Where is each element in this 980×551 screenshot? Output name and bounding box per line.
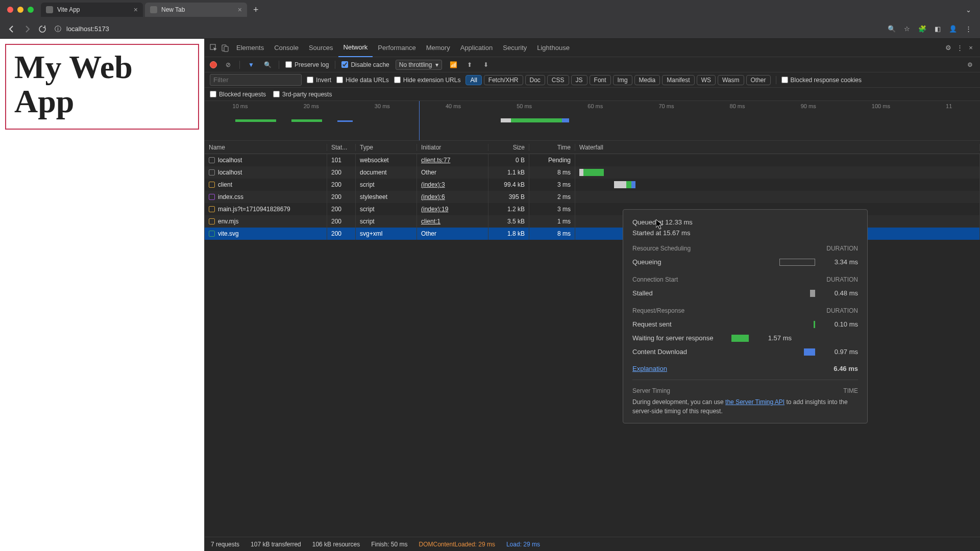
export-har-icon[interactable]: ⬇ bbox=[481, 60, 491, 70]
type-filter-media[interactable]: Media bbox=[634, 75, 660, 85]
sidepanel-icon[interactable]: ◧ bbox=[933, 24, 942, 34]
close-devtools-icon[interactable]: × bbox=[966, 43, 976, 53]
page-heading: My Web App bbox=[14, 50, 190, 118]
type-filter-font[interactable]: Font bbox=[590, 75, 611, 85]
zoom-icon[interactable]: 🔍 bbox=[887, 24, 896, 34]
type-filter-fetch-xhr[interactable]: Fetch/XHR bbox=[484, 75, 523, 85]
network-status-bar: 7 requests 107 kB transferred 106 kB res… bbox=[205, 537, 980, 551]
timeline-tick: 70 ms bbox=[658, 103, 674, 109]
devtools-tab-sources[interactable]: Sources bbox=[304, 39, 338, 57]
hide-ext-urls-checkbox[interactable]: Hide extension URLs bbox=[394, 77, 461, 84]
disable-cache-checkbox[interactable]: Disable cache bbox=[341, 61, 389, 68]
type-filter-ws[interactable]: WS bbox=[697, 75, 716, 85]
timeline-tick: 20 ms bbox=[304, 103, 319, 109]
more-icon[interactable]: ⋮ bbox=[954, 43, 965, 53]
network-conditions-icon[interactable]: 📶 bbox=[448, 60, 458, 70]
devtools-tab-security[interactable]: Security bbox=[498, 39, 532, 57]
network-filter-bar: Invert Hide data URLs Hide extension URL… bbox=[205, 72, 980, 88]
import-har-icon[interactable]: ⬆ bbox=[464, 60, 475, 70]
devtools-tab-elements[interactable]: Elements bbox=[231, 39, 269, 57]
devtools-tab-console[interactable]: Console bbox=[269, 39, 304, 57]
file-icon bbox=[209, 157, 215, 163]
filter-toggle-icon[interactable]: ▼ bbox=[246, 60, 256, 70]
devtools-tabs: ElementsConsoleSourcesNetworkPerformance… bbox=[205, 39, 980, 57]
type-filter-manifest[interactable]: Manifest bbox=[662, 75, 694, 85]
new-tab-button[interactable]: + bbox=[249, 5, 263, 15]
tt-queueing: Queueing bbox=[632, 258, 772, 266]
timeline-tick: 50 ms bbox=[517, 103, 532, 109]
maximize-window-icon[interactable] bbox=[28, 7, 34, 13]
tab-new-tab[interactable]: New Tab × bbox=[145, 3, 247, 17]
devtools-tab-memory[interactable]: Memory bbox=[421, 39, 455, 57]
col-time[interactable]: Time bbox=[529, 144, 575, 151]
network-row[interactable]: localhost101websocketclient.ts:770 BPend… bbox=[205, 154, 980, 166]
device-toggle-icon[interactable] bbox=[220, 43, 230, 53]
preserve-log-checkbox[interactable]: Preserve log bbox=[285, 61, 329, 68]
col-initiator[interactable]: Initiator bbox=[417, 144, 488, 151]
network-toolbar: ⊘ ▼ 🔍 Preserve log Disable cache No thro… bbox=[205, 57, 980, 72]
type-filter-js[interactable]: JS bbox=[571, 75, 587, 85]
network-row[interactable]: client200script(index):399.4 kB3 ms bbox=[205, 179, 980, 191]
site-info-icon[interactable]: ⓘ bbox=[53, 24, 62, 34]
timeline-overview[interactable]: 10 ms20 ms30 ms40 ms50 ms60 ms70 ms80 ms… bbox=[205, 101, 980, 141]
network-row[interactable]: index.css200stylesheet(index):6395 B2 ms bbox=[205, 191, 980, 203]
throttling-select[interactable]: No throttling ▾ bbox=[396, 60, 442, 70]
inspect-icon[interactable] bbox=[209, 43, 219, 53]
close-tab-icon[interactable]: × bbox=[134, 6, 138, 14]
extensions-icon[interactable]: 🧩 bbox=[918, 24, 927, 34]
file-icon bbox=[209, 182, 215, 188]
minimize-window-icon[interactable] bbox=[17, 7, 23, 13]
devtools-tab-lighthouse[interactable]: Lighthouse bbox=[532, 39, 575, 57]
profile-icon[interactable]: 👤 bbox=[948, 24, 958, 34]
type-filter-img[interactable]: Img bbox=[613, 75, 632, 85]
close-tab-icon[interactable]: × bbox=[238, 6, 242, 14]
reload-icon[interactable] bbox=[38, 24, 47, 34]
type-filter-wasm[interactable]: Wasm bbox=[718, 75, 744, 85]
favicon-icon bbox=[46, 6, 53, 13]
devtools-tab-performance[interactable]: Performance bbox=[373, 39, 421, 57]
col-status[interactable]: Stat... bbox=[327, 144, 356, 151]
record-icon[interactable] bbox=[210, 61, 217, 68]
sb-resources: 106 kB resources bbox=[312, 541, 360, 548]
devtools-tab-application[interactable]: Application bbox=[455, 39, 498, 57]
type-filter-other[interactable]: Other bbox=[746, 75, 771, 85]
devtools-tab-network[interactable]: Network bbox=[338, 39, 373, 57]
settings-icon[interactable]: ⚙ bbox=[943, 43, 953, 53]
invert-checkbox[interactable]: Invert bbox=[307, 77, 331, 84]
url-box[interactable]: ⓘ localhost:5173 bbox=[53, 24, 109, 34]
tt-explanation-link[interactable]: Explanation bbox=[632, 365, 667, 372]
col-size[interactable]: Size bbox=[488, 144, 529, 151]
third-party-checkbox[interactable]: 3rd-party requests bbox=[273, 91, 332, 98]
network-row[interactable]: localhost200documentOther1.1 kB8 ms bbox=[205, 166, 980, 179]
tt-started: Started at 15.67 ms bbox=[632, 228, 858, 242]
forward-icon[interactable] bbox=[22, 24, 32, 34]
sb-load: Load: 29 ms bbox=[506, 541, 540, 548]
tab-vite-app[interactable]: Vite App × bbox=[41, 3, 143, 17]
back-icon[interactable] bbox=[7, 24, 16, 34]
file-icon bbox=[209, 218, 215, 224]
col-waterfall[interactable]: Waterfall bbox=[575, 144, 980, 151]
type-filter-all[interactable]: All bbox=[465, 75, 481, 85]
search-icon[interactable]: 🔍 bbox=[262, 60, 273, 70]
favicon-icon bbox=[150, 6, 157, 13]
type-filter-doc[interactable]: Doc bbox=[525, 75, 545, 85]
chevron-down-icon[interactable]: ⌄ bbox=[964, 5, 973, 14]
col-name[interactable]: Name bbox=[205, 144, 327, 151]
filter-input[interactable] bbox=[210, 74, 302, 86]
hide-data-urls-checkbox[interactable]: Hide data URLs bbox=[336, 77, 389, 84]
col-type[interactable]: Type bbox=[356, 144, 417, 151]
waterfall-timing-tooltip: Queued at 12.33 ms Started at 15.67 ms R… bbox=[623, 209, 868, 423]
clear-icon[interactable]: ⊘ bbox=[223, 60, 233, 70]
blocked-requests-checkbox[interactable]: Blocked requests bbox=[210, 91, 266, 98]
window-titlebar: Vite App × New Tab × + ⌄ bbox=[0, 0, 980, 19]
file-icon bbox=[209, 194, 215, 200]
close-window-icon[interactable] bbox=[7, 7, 13, 13]
tab-title: New Tab bbox=[161, 6, 234, 13]
network-settings-icon[interactable]: ⚙ bbox=[965, 60, 975, 70]
type-filter-css[interactable]: CSS bbox=[547, 75, 569, 85]
bookmark-icon[interactable]: ☆ bbox=[902, 24, 912, 34]
sb-domloaded: DOMContentLoaded: 29 ms bbox=[419, 541, 495, 548]
menu-icon[interactable]: ⋮ bbox=[964, 24, 973, 34]
blocked-cookies-checkbox[interactable]: Blocked response cookies bbox=[781, 77, 862, 84]
server-timing-api-link[interactable]: the Server Timing API bbox=[725, 398, 785, 406]
